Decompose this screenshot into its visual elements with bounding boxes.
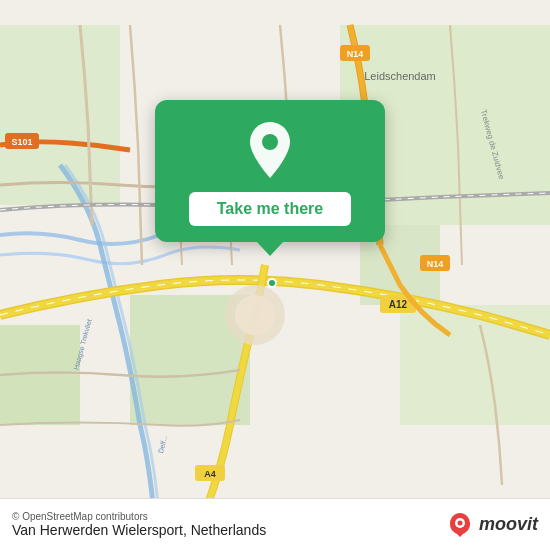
- svg-rect-5: [400, 305, 550, 425]
- location-pin-icon: [245, 120, 295, 180]
- svg-rect-0: [0, 25, 120, 205]
- osm-attribution: © OpenStreetMap contributors: [12, 511, 266, 522]
- svg-text:N14: N14: [427, 259, 444, 269]
- svg-text:S101: S101: [11, 137, 32, 147]
- info-bar-left: © OpenStreetMap contributors Van Herwerd…: [12, 511, 266, 538]
- map-container: A12 A4 N14 N14 S101: [0, 0, 550, 550]
- map-location-dot: [267, 278, 277, 288]
- svg-point-22: [262, 134, 278, 150]
- location-name: Van Herwerden Wielersport, Netherlands: [12, 522, 266, 538]
- moovit-logo: moovit: [445, 510, 538, 540]
- moovit-icon: [445, 510, 475, 540]
- svg-point-24: [457, 520, 462, 525]
- svg-text:Delf...: Delf...: [157, 435, 169, 455]
- map-svg: A12 A4 N14 N14 S101: [0, 0, 550, 550]
- info-bar: © OpenStreetMap contributors Van Herwerd…: [0, 498, 550, 550]
- svg-text:A4: A4: [204, 469, 216, 479]
- svg-text:A12: A12: [389, 299, 408, 310]
- moovit-brand-text: moovit: [479, 514, 538, 535]
- svg-point-17: [235, 295, 275, 335]
- svg-text:N14: N14: [347, 49, 364, 59]
- popup-card: Take me there: [155, 100, 385, 242]
- take-me-there-button[interactable]: Take me there: [189, 192, 351, 226]
- svg-text:Leidschendam: Leidschendam: [364, 70, 436, 82]
